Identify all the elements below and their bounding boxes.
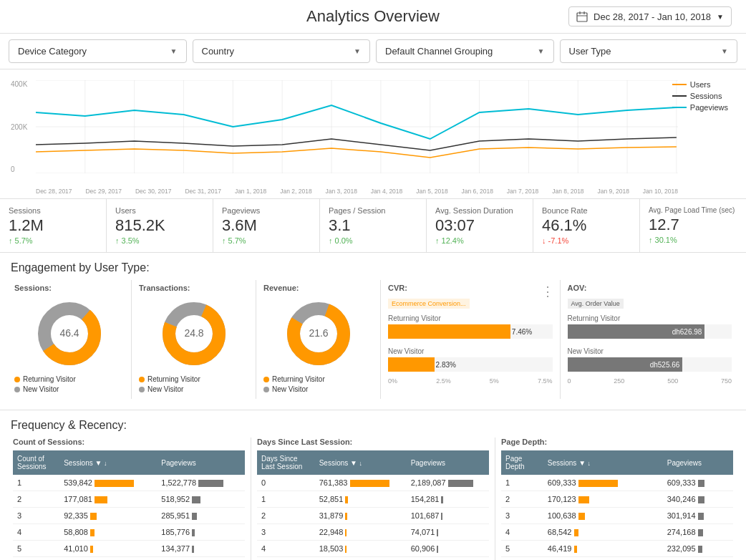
session-mini-bar bbox=[578, 480, 618, 487]
count-sessions-data-table: Count ofSessions Sessions ▼ Pageviews 15… bbox=[13, 450, 245, 560]
pageviews-mini-bar bbox=[698, 529, 704, 536]
aov-returning-bar-track: dh626.98 bbox=[568, 324, 732, 339]
country-filter[interactable]: Country ▼ bbox=[193, 39, 371, 63]
cell-pageviews: 101,691 bbox=[157, 557, 245, 560]
x-label-2: Dec 29, 2017 bbox=[85, 188, 122, 195]
cell-pageviews: 185,776 bbox=[157, 524, 245, 541]
table-row: 632,822 196,932 bbox=[501, 557, 733, 560]
x-label-11: Jan 7, 2018 bbox=[507, 188, 538, 195]
aov-new-value: dh525.66 bbox=[650, 361, 680, 369]
trans-new-dot bbox=[139, 387, 145, 392]
cell-pageviews: 60,906 bbox=[407, 541, 489, 557]
frequency-tables: Count of Sessions: Count ofSessions Sess… bbox=[0, 438, 746, 560]
cell-sessions: 46,419 bbox=[543, 541, 663, 557]
aov-x-250: 250 bbox=[614, 377, 624, 385]
pageviews-mini-bar bbox=[448, 480, 473, 487]
cell-sessions: 609,333 bbox=[543, 475, 663, 491]
session-mini-bar bbox=[95, 496, 107, 503]
revenue-donut-svg: 21.6 bbox=[283, 298, 354, 370]
page-depth-header-row: PageDepth Sessions ▼ Pageviews bbox=[501, 450, 733, 475]
cvr-x-25: 2.5% bbox=[436, 377, 451, 385]
avg-duration-label: Avg. Session Duration bbox=[435, 206, 524, 215]
th-depth-sessions-sort[interactable]: Sessions ▼ bbox=[543, 450, 663, 475]
count-sessions-tbody: 1539,842 1,522,778 2177,081 518,952 392,… bbox=[13, 475, 245, 560]
device-category-filter[interactable]: Device Category ▼ bbox=[9, 39, 187, 63]
aov-title: AOV: bbox=[568, 284, 732, 292]
cvr-new-bar: 2.83% bbox=[388, 357, 435, 372]
user-type-filter[interactable]: User Type ▼ bbox=[560, 39, 738, 63]
transactions-donut-chart: Transactions: 24.8 Returning Visitor New… bbox=[132, 280, 256, 399]
pageviews-mini-bar bbox=[192, 513, 197, 520]
users-value: 815.2K bbox=[115, 216, 204, 235]
date-range-picker[interactable]: Dec 28, 2017 - Jan 10, 2018 ▼ bbox=[568, 6, 732, 26]
rev-returning-legend: Returning Visitor bbox=[263, 375, 373, 383]
cvr-returning-value: 7.46% bbox=[512, 328, 532, 336]
rev-new-legend: New Visitor bbox=[263, 385, 373, 393]
cvr-more-icon[interactable]: ⋮ bbox=[541, 284, 554, 299]
avg-duration-change: ↑ 12.4% bbox=[435, 236, 524, 245]
session-mini-bar bbox=[578, 496, 589, 503]
cvr-subtitle: Ecommerce Conversion... bbox=[388, 299, 470, 309]
revenue-donut-chart: Revenue: 21.6 Returning Visitor New Visi… bbox=[256, 280, 381, 399]
cvr-returning-bar: 7.46% bbox=[388, 324, 510, 339]
device-category-label: Device Category bbox=[18, 46, 87, 57]
th-days-sessions-sort[interactable]: Sessions ▼ bbox=[315, 450, 407, 475]
cvr-returning-bar-track: 7.46% bbox=[388, 324, 553, 339]
legend-pageviews-line bbox=[672, 107, 687, 108]
table-row: 468,542 274,168 bbox=[501, 524, 733, 541]
aov-new-row: New Visitor dh525.66 bbox=[568, 347, 732, 372]
aov-x-500: 500 bbox=[667, 377, 678, 385]
y-label-400k: 400K bbox=[11, 80, 36, 88]
trans-returning-label: Returning Visitor bbox=[147, 375, 200, 383]
transactions-donut: 24.8 bbox=[158, 298, 230, 370]
new-label: New Visitor bbox=[23, 385, 59, 393]
days-since-data-table: Days SinceLast Session Sessions ▼ Pagevi… bbox=[257, 450, 489, 560]
transactions-donut-title: Transactions: bbox=[139, 284, 248, 292]
cvr-title: CVR: bbox=[388, 284, 553, 292]
legend-pageviews: Pageviews bbox=[672, 103, 728, 112]
metric-avg-session-duration: Avg. Session Duration 03:07 ↑ 12.4% bbox=[427, 199, 533, 252]
cell-pageviews: 101,687 bbox=[407, 508, 489, 524]
cell-pageviews: 518,952 bbox=[157, 491, 245, 508]
bounce-rate-value: 46.1% bbox=[542, 216, 631, 235]
avg-duration-value: 03:07 bbox=[435, 216, 524, 235]
y-axis: 400K 200K 0 bbox=[11, 80, 36, 173]
th-depth-pageviews: Pageviews bbox=[663, 450, 733, 475]
pages-session-value: 3.1 bbox=[329, 216, 417, 235]
sessions-returning-legend: Returning Visitor bbox=[14, 375, 124, 383]
pageviews-value: 3.6M bbox=[222, 216, 311, 235]
cell-count: 0 bbox=[257, 475, 315, 491]
trans-returning-legend: Returning Visitor bbox=[139, 375, 248, 383]
cell-pageviews: 609,333 bbox=[663, 475, 733, 491]
table-row: 0761,383 2,189,087 bbox=[257, 475, 489, 491]
legend-users-label: Users bbox=[690, 80, 711, 89]
th-days-since: Days SinceLast Session bbox=[257, 450, 315, 475]
transactions-donut-legend: Returning Visitor New Visitor bbox=[139, 375, 248, 393]
pageviews-mini-bar bbox=[698, 546, 703, 553]
country-label: Country bbox=[202, 46, 235, 57]
cell-pageviews: 285,951 bbox=[157, 508, 245, 524]
sessions-donut: 46.4 bbox=[34, 298, 105, 370]
cell-pageviews: 340,246 bbox=[663, 491, 733, 508]
rev-new-dot bbox=[263, 387, 269, 392]
page-depth-tbody: 1609,333 609,333 2170,123 340,246 3100,6… bbox=[501, 475, 733, 560]
th-sessions-sort[interactable]: Sessions ▼ bbox=[59, 450, 157, 475]
legend-sessions-line bbox=[672, 95, 687, 97]
cell-pageviews: 232,095 bbox=[663, 541, 733, 557]
users-label: Users bbox=[115, 206, 204, 215]
legend-sessions-label: Sessions bbox=[690, 92, 722, 100]
x-label-3: Dec 30, 2017 bbox=[135, 188, 172, 195]
bounce-rate-label: Bounce Rate bbox=[542, 206, 631, 215]
x-label-7: Jan 3, 2018 bbox=[326, 188, 357, 195]
sessions-value: 1.2M bbox=[9, 216, 97, 235]
cvr-chart: CVR: Ecommerce Conversion... ⋮ Returning… bbox=[381, 280, 561, 399]
session-mini-bar bbox=[90, 529, 95, 536]
channel-grouping-filter[interactable]: Default Channel Grouping ▼ bbox=[376, 39, 554, 63]
chart-plot-area bbox=[36, 80, 678, 173]
cell-count: 5 bbox=[501, 541, 543, 557]
cell-count: 1 bbox=[257, 491, 315, 508]
legend-users: Users bbox=[672, 80, 728, 89]
x-label-8: Jan 4, 2018 bbox=[371, 188, 402, 195]
aov-returning-value: dh626.98 bbox=[672, 328, 702, 336]
revenue-donut-legend: Returning Visitor New Visitor bbox=[263, 375, 373, 393]
